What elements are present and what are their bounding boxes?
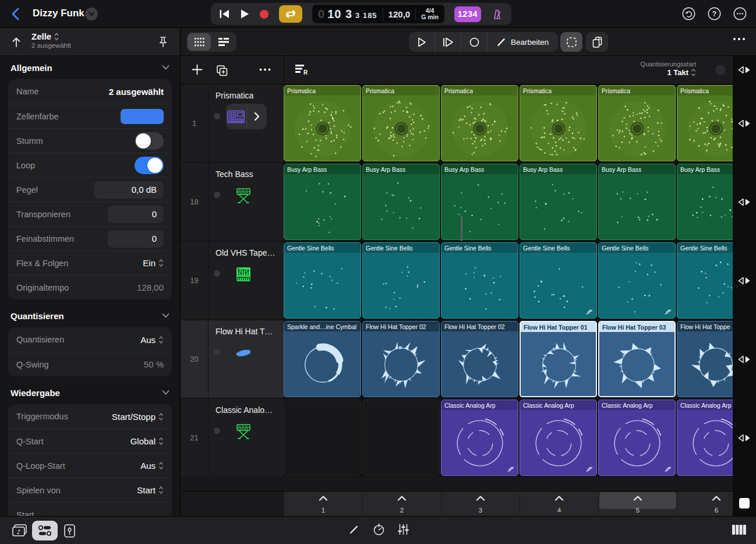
inspector-row-loop[interactable]: Loop <box>8 153 172 177</box>
inspector-title-selector[interactable]: Zelle <box>31 31 71 41</box>
loop-cell-sparkle-and-ine-cymbal-1[interactable]: Sparkle and…ine Cymbal <box>284 321 361 397</box>
track-header-classic-analo[interactable]: Classic Analo… <box>209 399 284 476</box>
loop-cell-flow-hi-hat-topper-02-3[interactable]: Flow Hi Hat Topper 02 <box>441 321 518 397</box>
scene-trigger-3[interactable]: 3 <box>441 492 520 516</box>
section-header-wiedergabe[interactable]: Wiedergabe <box>8 381 172 404</box>
transponieren-field[interactable]: 0 <box>108 206 164 223</box>
inspector-row-q-swing[interactable]: Q-Swing50 % <box>8 352 172 376</box>
flex-folgen-select[interactable]: Ein <box>143 258 164 268</box>
row-trigger-arrows-1[interactable] <box>738 119 751 128</box>
row-trigger-arrows-21[interactable] <box>738 434 751 442</box>
loop-cell-gentle-sine-bells-5[interactable]: Gentle Sine Bells <box>598 242 676 319</box>
loop-cell-busy-arp-bass-4[interactable]: Busy Arp Bass <box>520 164 597 240</box>
pin-button[interactable] <box>158 36 168 48</box>
scene-trigger-2[interactable]: 2 <box>362 492 441 516</box>
loop-cell-busy-arp-bass-1[interactable]: Busy Arp Bass <box>284 164 361 240</box>
section-header-quantisieren[interactable]: Quantisieren <box>8 304 172 327</box>
count-in-button[interactable]: 1234 <box>454 6 481 22</box>
record-cell-button[interactable] <box>461 32 487 52</box>
track-more-button[interactable] <box>259 68 271 71</box>
play-button[interactable] <box>240 9 249 19</box>
q-loop-start-select[interactable]: Aus <box>140 461 164 471</box>
quantize-start-control[interactable]: Quantisierungsstart 1 Takt <box>641 61 696 77</box>
inspector-row-name[interactable]: Name2 ausgewählt <box>8 79 172 104</box>
lcd-display[interactable]: 0 10 3 3 185 120,0 4/4 G min <box>312 5 444 23</box>
tuner-button[interactable] <box>373 523 385 536</box>
record-button[interactable] <box>259 9 269 19</box>
feinabstimmen-field[interactable]: 0 <box>108 230 164 248</box>
instrument-icon[interactable] <box>226 341 261 365</box>
row-trigger-arrows-20[interactable] <box>738 355 751 363</box>
go-to-beginning-button[interactable] <box>219 9 230 19</box>
copy-paste-button[interactable] <box>586 32 608 52</box>
loop-cell-flow-hi-hat-topper-03-5[interactable]: Flow Hi Hat Topper 03 <box>598 321 676 397</box>
tracklist-scrollbar-thumb[interactable] <box>461 216 462 241</box>
inspector-row-zellenfarbe[interactable]: Zellenfarbe <box>8 104 172 128</box>
help-button[interactable]: ? <box>708 7 721 20</box>
track-header-old-vhs-tape[interactable]: Old VHS Tape… <box>209 242 284 319</box>
row-trigger-arrows-19[interactable] <box>738 277 751 285</box>
inspector-row-flex-folgen[interactable]: Flex & FolgenEin <box>8 250 172 275</box>
track-header-prismatica[interactable]: Prismatica <box>209 84 284 162</box>
cycle-button[interactable] <box>279 5 302 23</box>
loop-cell-busy-arp-bass-3[interactable]: Busy Arp Bass <box>441 164 518 240</box>
row-display-mode-button[interactable]: R <box>295 63 309 75</box>
scene-trigger-4[interactable]: 4 <box>520 492 598 516</box>
undo-button[interactable] <box>682 7 695 20</box>
loop-cell-prismatica-4[interactable]: Prismatica <box>520 85 597 161</box>
instrument-icon[interactable] <box>226 184 261 207</box>
loop-cell-prismatica-5[interactable]: Prismatica <box>598 85 676 161</box>
inspector-row-start[interactable]: Start <box>8 502 172 516</box>
tracks-view-button[interactable] <box>212 33 235 51</box>
metronome-button[interactable] <box>491 8 503 20</box>
loop-cell-classic-analog-arp-4[interactable]: Classic Analog Arp <box>520 400 597 476</box>
loop-cell-busy-arp-bass-5[interactable]: Busy Arp Bass <box>598 164 676 240</box>
inspector-row-pegel[interactable]: Pegel0,0 dB <box>8 177 172 202</box>
pegel-field[interactable]: 0,0 dB <box>94 181 164 199</box>
retrigger-cell-button[interactable] <box>435 32 461 52</box>
toolbar-more-button[interactable] <box>733 37 746 41</box>
stumm-toggle[interactable] <box>135 132 164 150</box>
spielen-von-select[interactable]: Start <box>137 485 164 495</box>
cell-color-swatch[interactable] <box>121 109 164 124</box>
play-surface-button[interactable] <box>732 524 747 535</box>
loop-cell-flow-hi-hat-topper-01-4[interactable]: Flow Hi Hat Topper 01 <box>520 321 597 397</box>
instrument-pill[interactable] <box>226 104 267 129</box>
quantisieren-select[interactable]: Aus <box>140 335 164 345</box>
add-track-button[interactable] <box>192 64 203 75</box>
edit-button[interactable]: Bearbeiten <box>487 32 558 52</box>
browser-button[interactable]: ♪ <box>12 524 27 538</box>
inspector-row-q-start[interactable]: Q-StartGlobal <box>8 429 172 453</box>
project-menu-button[interactable] <box>85 8 98 20</box>
project-title[interactable]: Dizzy Funk <box>33 8 84 19</box>
triggermodus-select[interactable]: Start/Stopp <box>112 412 164 422</box>
scene-trigger-1[interactable]: 1 <box>284 492 362 516</box>
inspector-row-feinabstimmen[interactable]: Feinabstimmen0 <box>8 226 172 250</box>
loop-cell-flow-hi-hat-topper-02-2[interactable]: Flow Hi Hat Topper 02 <box>362 321 440 397</box>
expand-chevron-button[interactable] <box>247 104 267 129</box>
play-cell-button[interactable] <box>409 32 434 52</box>
marquee-select-button[interactable] <box>560 32 582 52</box>
loop-cell-gentle-sine-bells-4[interactable]: Gentle Sine Bells <box>520 242 597 319</box>
q-start-select[interactable]: Global <box>130 436 164 446</box>
fader-panel-button[interactable] <box>63 524 76 538</box>
loop-cell-prismatica-1[interactable]: Prismatica <box>284 85 361 161</box>
duplicate-button[interactable] <box>216 64 228 77</box>
mixer-button[interactable] <box>398 524 409 535</box>
inspector-row-transponieren[interactable]: Transponieren0 <box>8 202 172 226</box>
grid-view-button[interactable] <box>188 33 211 51</box>
inspector-row-originaltempo[interactable]: Originaltempo128,00 <box>8 275 172 299</box>
inspector-up-button[interactable] <box>10 36 22 48</box>
loop-cell-classic-analog-arp-5[interactable]: Classic Analog Arp <box>598 400 676 476</box>
inspector-scroll-area[interactable]: AllgemeinName2 ausgewähltZellenfarbeStum… <box>0 56 180 516</box>
more-options-button[interactable] <box>733 7 747 20</box>
loop-cell-gentle-sine-bells-1[interactable]: Gentle Sine Bells <box>284 242 361 319</box>
loop-toggle[interactable] <box>135 157 164 174</box>
section-header-allgemein[interactable]: Allgemein <box>8 56 172 79</box>
scene-trigger-5[interactable]: 5 <box>598 492 677 516</box>
empty-cell[interactable] <box>362 400 440 476</box>
quick-edit-button[interactable] <box>349 525 359 535</box>
loop-cell-gentle-sine-bells-3[interactable]: Gentle Sine Bells <box>441 242 518 319</box>
loop-cell-prismatica-2[interactable]: Prismatica <box>362 85 440 161</box>
header-trigger-arrows[interactable] <box>738 66 751 74</box>
